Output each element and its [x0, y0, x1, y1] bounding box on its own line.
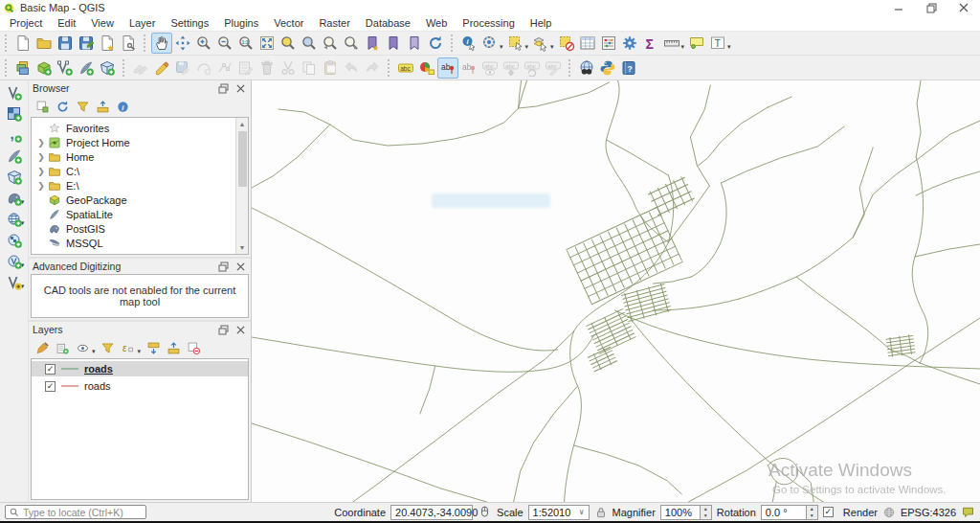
- coordinate-value[interactable]: 20.4073,-34.0090: [390, 505, 473, 520]
- zoom-in-button[interactable]: [193, 33, 214, 54]
- refresh-map-button[interactable]: [425, 33, 446, 54]
- pin-unpin-labels-button[interactable]: ab: [458, 57, 479, 79]
- cut-features-button[interactable]: [278, 57, 299, 79]
- scrollbar-thumb[interactable]: [238, 131, 247, 187]
- scale-combo[interactable]: 1:52010 ∨: [528, 505, 590, 520]
- move-label-button[interactable]: abc: [501, 57, 522, 79]
- menu-database[interactable]: Database: [358, 16, 418, 30]
- menu-plugins[interactable]: Plugins: [216, 16, 266, 30]
- extents-toggle-icon[interactable]: [478, 505, 492, 519]
- show-statistical-summary-button[interactable]: Σ: [640, 33, 661, 54]
- measure-line-button[interactable]: [661, 33, 682, 54]
- map-tips-button[interactable]: [686, 33, 707, 54]
- menu-layer[interactable]: Layer: [122, 16, 164, 30]
- add-wms-layer-button[interactable]: [4, 209, 25, 230]
- menu-vector[interactable]: Vector: [266, 16, 311, 30]
- expand-chevron-icon[interactable]: ❯: [35, 167, 47, 176]
- zoom-to-selection-button[interactable]: [278, 33, 299, 54]
- layer-visibility-checkbox[interactable]: ✓: [45, 364, 56, 375]
- browser-item-oracle[interactable]: Oracle: [32, 250, 235, 255]
- add-delimited-text-layer-button[interactable]: ,: [4, 125, 25, 146]
- vertex-tool-button[interactable]: [214, 57, 235, 79]
- float-panel-icon[interactable]: [216, 82, 230, 95]
- new-project-button[interactable]: [12, 33, 33, 54]
- menu-processing[interactable]: Processing: [455, 16, 522, 30]
- add-wfs-layer-button[interactable]: [4, 251, 25, 272]
- zoom-next-button[interactable]: [341, 33, 362, 54]
- help-contents-button[interactable]: ?: [618, 57, 639, 79]
- current-edits-button[interactable]: [130, 57, 151, 79]
- locator-bar[interactable]: [5, 505, 146, 519]
- toolbar-drag-handle[interactable]: [388, 59, 392, 77]
- float-panel-icon[interactable]: [216, 261, 230, 273]
- browser-scrollbar[interactable]: ▲ ▼: [235, 118, 248, 254]
- close-panel-icon[interactable]: [234, 324, 247, 336]
- map-canvas[interactable]: Activate Windows Go to Settings to activ…: [251, 80, 980, 502]
- spinner-arrows[interactable]: ▲▼: [807, 505, 818, 520]
- restore-button[interactable]: [915, 0, 947, 15]
- open-layer-styling-panel-button[interactable]: [33, 338, 52, 357]
- menu-settings[interactable]: Settings: [163, 16, 216, 30]
- expand-chevron-icon[interactable]: ❯: [35, 152, 47, 162]
- add-spatialite-layer-button[interactable]: [4, 146, 25, 167]
- layer-visibility-checkbox[interactable]: ✓: [45, 381, 56, 392]
- messages-balloon-icon[interactable]: [961, 505, 975, 519]
- add-postgis-layers-button[interactable]: [4, 188, 25, 209]
- add-wcs-layer-button[interactable]: [4, 230, 25, 251]
- open-attribute-table-button[interactable]: [577, 33, 598, 54]
- browser-item-favorites[interactable]: Favorites: [32, 121, 235, 135]
- new-geopackage-layer-button[interactable]: [33, 57, 55, 79]
- scroll-up-icon[interactable]: ▲: [236, 118, 249, 130]
- text-annotation-button[interactable]: T: [707, 33, 728, 54]
- zoom-native-button[interactable]: 1:1: [235, 33, 256, 54]
- minimize-button[interactable]: [882, 0, 915, 15]
- add-selected-layers-button[interactable]: [33, 97, 52, 116]
- toggle-editing-button[interactable]: [151, 57, 172, 79]
- add-vector-layer-button[interactable]: [4, 82, 25, 103]
- browser-item-spatialite[interactable]: SpatiaLite: [32, 207, 235, 221]
- run-feature-action-button[interactable]: [479, 33, 501, 54]
- layer-diagram-options-button[interactable]: [416, 57, 437, 79]
- browser-item-mssql[interactable]: MSSQL: [32, 236, 235, 250]
- browser-item-geopackage[interactable]: GeoPackage: [32, 193, 235, 207]
- show-layout-manager-button[interactable]: [118, 33, 139, 54]
- select-features-button[interactable]: [505, 33, 526, 54]
- redo-button[interactable]: [362, 57, 383, 79]
- pan-to-selection-button[interactable]: [172, 33, 193, 54]
- zoom-full-button[interactable]: [256, 33, 278, 54]
- menu-web[interactable]: Web: [418, 16, 455, 30]
- modify-attributes-button[interactable]: [235, 57, 256, 79]
- browser-item-c[interactable]: ❯C:\: [32, 164, 235, 178]
- float-panel-icon[interactable]: [216, 324, 230, 336]
- expand-all-button[interactable]: [144, 338, 163, 357]
- magnifier-spinner[interactable]: 100% ▲▼: [660, 505, 712, 520]
- layer-labeling-options-button[interactable]: abc: [395, 57, 416, 79]
- close-button[interactable]: [947, 0, 980, 15]
- dropdown-arrow-icon[interactable]: ▾: [92, 349, 96, 354]
- paste-features-button[interactable]: [320, 57, 341, 79]
- locator-input[interactable]: [23, 507, 136, 518]
- menu-help[interactable]: Help: [523, 16, 560, 30]
- show-hide-labels-button[interactable]: abc: [479, 57, 501, 79]
- show-spatial-bookmarks-button[interactable]: [383, 33, 404, 54]
- new-virtual-layer-button[interactable]: [4, 272, 25, 293]
- deselect-features-button[interactable]: [556, 33, 577, 54]
- show-bookmark-manager-button[interactable]: [404, 33, 425, 54]
- zoom-to-layer-button[interactable]: [299, 33, 320, 54]
- statistical-summary-panel-button[interactable]: [598, 33, 619, 54]
- render-toggle[interactable]: ✓ Render: [823, 507, 878, 518]
- dropdown-arrow-icon[interactable]: ▾: [138, 349, 142, 354]
- crs-status[interactable]: EPSG:4326: [901, 507, 956, 518]
- expand-chevron-icon[interactable]: ❯: [35, 181, 47, 191]
- menu-raster[interactable]: Raster: [311, 16, 357, 30]
- open-data-source-manager-button[interactable]: [12, 57, 33, 79]
- browser-item-e[interactable]: ❯E:\: [32, 178, 235, 193]
- undo-button[interactable]: [341, 57, 362, 79]
- rotate-label-button[interactable]: abc: [522, 57, 543, 79]
- collapse-all-button[interactable]: [93, 97, 112, 116]
- remove-layer-group-button[interactable]: [184, 338, 203, 357]
- add-mesh-layer-button[interactable]: [4, 167, 25, 188]
- browser-item-projecthome[interactable]: ❯Project Home: [32, 135, 235, 149]
- processing-toolbox-button[interactable]: [619, 33, 640, 54]
- new-shapefile-layer-button[interactable]: [55, 57, 76, 79]
